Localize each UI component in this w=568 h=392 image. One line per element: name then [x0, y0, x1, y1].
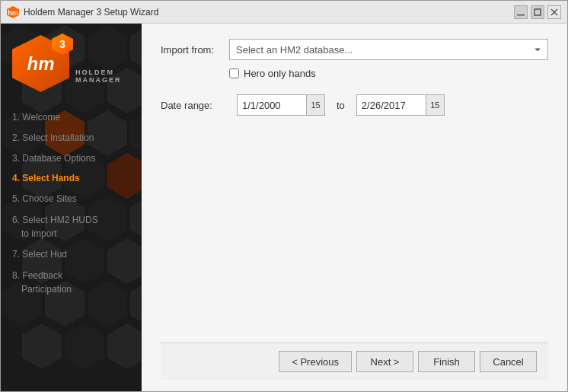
import-from-select[interactable]: Select an HM2 database...	[229, 39, 548, 60]
sidebar: hm 3 HOLDEM MANAGER 1. Welcome 2. Select…	[1, 24, 142, 391]
hero-only-hands-row: Hero only hands	[229, 68, 548, 79]
sidebar-item-welcome[interactable]: 1. Welcome	[1, 107, 142, 128]
footer-buttons: < Previous Next > Finish Cancel	[161, 343, 548, 380]
next-button[interactable]: Next >	[356, 351, 413, 372]
hero-only-checkbox[interactable]	[229, 69, 239, 78]
setup-wizard-window: hm Holdem Manager 3 Setup Wizard	[0, 0, 568, 392]
maximize-button[interactable]	[531, 5, 544, 19]
sidebar-item-select-hands[interactable]: 4. Select Hands	[1, 168, 142, 189]
cancel-button[interactable]: Cancel	[480, 351, 537, 372]
main-content: Import from: Select an HM2 database... H…	[142, 24, 567, 391]
sidebar-item-select-hm2-huds[interactable]: 6. Select HM2 HUDSto import	[1, 209, 142, 244]
import-from-dropdown-wrapper: Select an HM2 database...	[229, 39, 548, 60]
content-area: hm 3 HOLDEM MANAGER 1. Welcome 2. Select…	[1, 24, 567, 391]
svg-rect-3	[534, 9, 541, 15]
sidebar-item-choose-sites[interactable]: 5. Choose Sites	[1, 189, 142, 209]
form-section: Import from: Select an HM2 database... H…	[161, 39, 548, 343]
to-date-calendar-button[interactable]: 15	[426, 95, 444, 115]
from-date-input-group: 15	[237, 94, 325, 116]
sidebar-item-database-options[interactable]: 3. Database Options	[1, 148, 142, 169]
window-title: Holdem Manager 3 Setup Wizard	[24, 7, 158, 18]
import-from-label: Import from:	[161, 44, 229, 56]
svg-rect-2	[517, 14, 525, 16]
title-bar-left: hm Holdem Manager 3 Setup Wizard	[7, 6, 158, 18]
app-icon: hm	[7, 6, 19, 18]
to-date-input[interactable]	[357, 95, 426, 115]
finish-button[interactable]: Finish	[418, 351, 475, 372]
close-button[interactable]	[547, 5, 561, 19]
hero-only-label[interactable]: Hero only hands	[244, 68, 316, 79]
logo-hm-text: hm	[27, 55, 55, 73]
date-range-label: Date range:	[161, 100, 229, 111]
to-text: to	[333, 100, 349, 111]
svg-text:hm: hm	[8, 9, 18, 17]
sidebar-nav: 1. Welcome 2. Select Installation 3. Dat…	[1, 100, 142, 391]
sidebar-logo: hm 3 HOLDEM MANAGER	[1, 24, 142, 100]
sidebar-item-select-hud[interactable]: 7. Select Hud	[1, 244, 142, 265]
title-bar-controls	[514, 5, 561, 19]
to-date-input-group: 15	[356, 94, 445, 116]
from-date-input[interactable]	[238, 95, 306, 115]
title-bar: hm Holdem Manager 3 Setup Wizard	[1, 1, 567, 24]
previous-button[interactable]: < Previous	[279, 351, 352, 372]
minimize-button[interactable]	[514, 5, 528, 19]
from-date-calendar-button[interactable]: 15	[306, 95, 324, 115]
import-from-row: Import from: Select an HM2 database...	[161, 39, 548, 60]
sidebar-item-feedback[interactable]: 8. FeedbackParticipation	[1, 265, 142, 300]
logo-subtitle: HOLDEM MANAGER	[75, 69, 134, 84]
date-range-row: Date range: 15 to 15	[161, 94, 548, 116]
hero-only-checkbox-group: Hero only hands	[229, 68, 316, 79]
sidebar-item-select-installation[interactable]: 2. Select Installation	[1, 128, 142, 148]
